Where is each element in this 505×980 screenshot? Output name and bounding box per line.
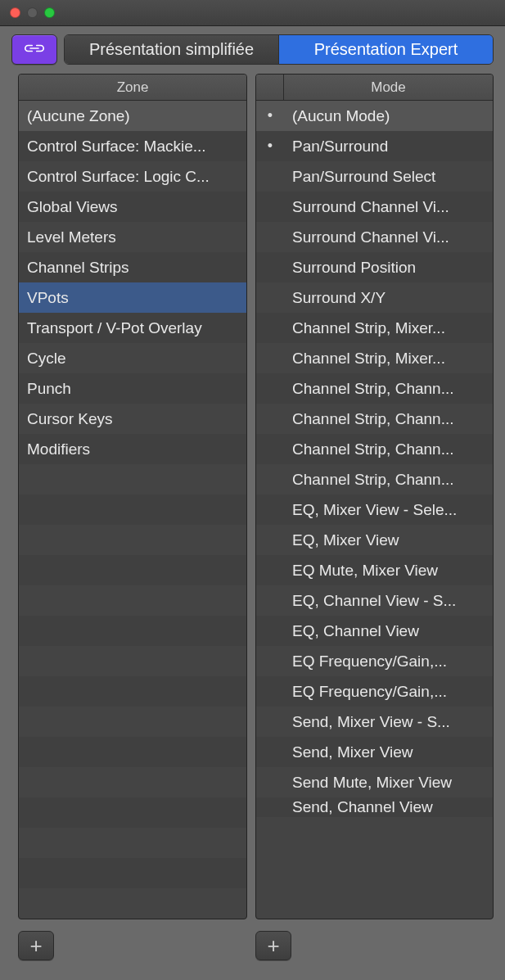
mode-row[interactable]: Send, Channel View — [256, 797, 493, 817]
zone-row-label: Level Meters — [27, 228, 116, 246]
mode-row[interactable]: Surround Channel Vi... — [256, 222, 493, 252]
zone-row-empty — [19, 707, 246, 737]
zone-row[interactable]: Channel Strips — [19, 252, 246, 282]
zone-row[interactable]: Level Meters — [19, 222, 246, 252]
mode-row-label: Surround Channel Vi... — [284, 228, 493, 246]
mode-row-label: EQ, Mixer View — [284, 531, 493, 549]
mode-row-dot: • — [256, 138, 284, 155]
mode-row[interactable]: Channel Strip, Chann... — [256, 464, 493, 495]
mode-row[interactable]: Send, Mixer View - S... — [256, 707, 493, 737]
zone-row-empty — [19, 797, 246, 828]
mode-row[interactable]: Channel Strip, Mixer... — [256, 343, 493, 373]
close-icon[interactable] — [10, 7, 20, 18]
zone-header[interactable]: Zone — [19, 75, 246, 101]
mode-header-label: Mode — [284, 79, 493, 96]
mode-row-label: Channel Strip, Chann... — [284, 440, 493, 458]
mode-row-dot: • — [256, 107, 284, 124]
zone-row-empty — [19, 585, 246, 616]
zone-row-empty — [19, 464, 246, 495]
zone-row-empty — [19, 676, 246, 707]
mode-row[interactable]: Send Mute, Mixer View — [256, 767, 493, 797]
mode-row[interactable]: EQ, Channel View — [256, 616, 493, 646]
zone-row-label: Transport / V-Pot Overlay — [27, 319, 202, 337]
zone-row[interactable]: Cursor Keys — [19, 404, 246, 434]
zone-row-empty — [19, 828, 246, 858]
mode-row-label: Send Mute, Mixer View — [284, 774, 493, 792]
zone-row-label: Control Surface: Mackie... — [27, 138, 206, 156]
mode-row[interactable]: EQ Mute, Mixer View — [256, 555, 493, 585]
zone-row[interactable]: Control Surface: Mackie... — [19, 131, 246, 161]
zone-row-label: Channel Strips — [27, 259, 129, 277]
zone-row-label: Punch — [27, 380, 71, 398]
zone-row-empty — [19, 737, 246, 767]
mode-row[interactable]: •Pan/Surround — [256, 131, 493, 161]
zoom-icon[interactable] — [44, 7, 55, 18]
mode-row-label: Send, Mixer View - S... — [284, 713, 493, 731]
zone-row[interactable]: Cycle — [19, 343, 246, 373]
mode-row-label: EQ, Mixer View - Sele... — [284, 501, 493, 519]
mode-row[interactable]: •(Aucun Mode) — [256, 101, 493, 131]
plus-icon: + — [29, 935, 42, 956]
add-mode-button[interactable]: + — [255, 931, 291, 960]
mode-row[interactable]: Pan/Surround Select — [256, 161, 493, 192]
mode-row-label: EQ Mute, Mixer View — [284, 562, 493, 580]
zone-row[interactable]: Punch — [19, 373, 246, 404]
mode-row[interactable]: EQ, Mixer View — [256, 525, 493, 555]
view-simple-button[interactable]: Présentation simplifiée — [65, 35, 278, 64]
zone-row[interactable]: VPots — [19, 282, 246, 313]
zone-row[interactable]: (Aucune Zone) — [19, 101, 246, 131]
mode-row-label: EQ Frequency/Gain,... — [284, 653, 493, 671]
mode-row[interactable]: Channel Strip, Chann... — [256, 373, 493, 404]
mode-row[interactable]: Surround Position — [256, 252, 493, 282]
mode-panel: Mode •(Aucun Mode)•Pan/SurroundPan/Surro… — [255, 74, 494, 919]
window-titlebar — [0, 0, 505, 26]
mode-row-label: Channel Strip, Mixer... — [284, 319, 493, 337]
mode-row[interactable]: Surround X/Y — [256, 282, 493, 313]
mode-row-label: Send, Mixer View — [284, 743, 493, 761]
mode-row[interactable]: Surround Channel Vi... — [256, 192, 493, 222]
mode-row-label: Surround Position — [284, 259, 493, 277]
zone-row[interactable]: Global Views — [19, 192, 246, 222]
add-zone-button[interactable]: + — [18, 931, 54, 960]
zone-row-empty — [19, 525, 246, 555]
mode-row-label: Pan/Surround — [284, 138, 493, 156]
mode-row-label: EQ, Channel View - S... — [284, 592, 493, 610]
mode-row-label: Channel Strip, Chann... — [284, 380, 493, 398]
zone-row-empty — [19, 495, 246, 525]
mode-row-label: EQ Frequency/Gain,... — [284, 683, 493, 701]
mode-row-label: Surround Channel Vi... — [284, 198, 493, 216]
plus-icon: + — [267, 935, 279, 956]
zone-row[interactable]: Modifiers — [19, 434, 246, 464]
zone-row-label: Global Views — [27, 198, 118, 216]
mode-row-label: Surround X/Y — [284, 289, 493, 307]
mode-row-label: Channel Strip, Chann... — [284, 471, 493, 489]
link-button[interactable] — [11, 34, 57, 65]
mode-row[interactable]: Channel Strip, Chann... — [256, 434, 493, 464]
view-expert-button[interactable]: Présentation Expert — [278, 35, 493, 64]
zone-row-empty — [19, 858, 246, 888]
zone-panel: Zone (Aucune Zone)Control Surface: Macki… — [18, 74, 247, 919]
zone-row[interactable]: Transport / V-Pot Overlay — [19, 313, 246, 343]
mode-header[interactable]: Mode — [256, 75, 493, 101]
zone-row-label: (Aucune Zone) — [27, 107, 130, 125]
mode-dot-column-header — [256, 75, 284, 100]
mode-row[interactable]: Send, Mixer View — [256, 737, 493, 767]
mode-row[interactable]: EQ Frequency/Gain,... — [256, 676, 493, 707]
zone-row[interactable]: Control Surface: Logic C... — [19, 161, 246, 192]
mode-row[interactable]: EQ Frequency/Gain,... — [256, 646, 493, 676]
minimize-icon[interactable] — [27, 7, 38, 18]
mode-row-label: (Aucun Mode) — [284, 107, 493, 125]
mode-row-label: Channel Strip, Chann... — [284, 410, 493, 428]
zone-row-empty — [19, 555, 246, 585]
mode-list: •(Aucun Mode)•Pan/SurroundPan/Surround S… — [256, 101, 493, 919]
mode-row[interactable]: EQ, Channel View - S... — [256, 585, 493, 616]
zone-row-label: Control Surface: Logic C... — [27, 168, 210, 186]
panels-container: Zone (Aucune Zone)Control Surface: Macki… — [18, 74, 494, 919]
mode-row[interactable]: Channel Strip, Mixer... — [256, 313, 493, 343]
mode-row[interactable]: EQ, Mixer View - Sele... — [256, 495, 493, 525]
view-mode-segment: Présentation simplifiée Présentation Exp… — [64, 34, 494, 65]
zone-row-empty — [19, 646, 246, 676]
toolbar: Présentation simplifiée Présentation Exp… — [0, 26, 505, 75]
mode-row[interactable]: Channel Strip, Chann... — [256, 404, 493, 434]
zone-header-label: Zone — [117, 79, 149, 96]
